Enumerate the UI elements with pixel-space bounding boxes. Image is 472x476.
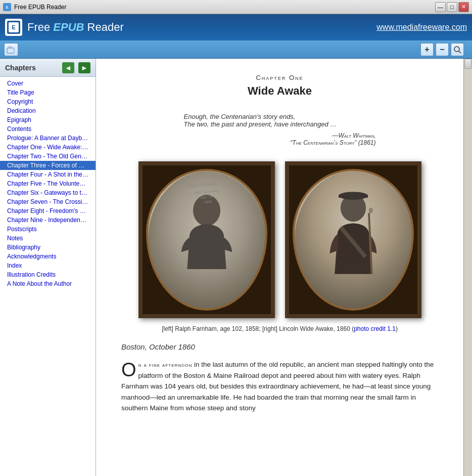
drop-cap: O	[121, 362, 136, 377]
photo-frame-left: Ralph Farnham Aged 102 years July 7 th 1…	[138, 161, 275, 318]
chapter-item-15[interactable]: Chapter Nine - Independence Day	[0, 215, 96, 225]
photo-credit-link[interactable]: photo credit 1.1	[354, 325, 396, 332]
chapter-label: Chapter One	[121, 74, 438, 81]
chapter-item-10[interactable]: Chapter Four - A Shot in the Dark:	[0, 170, 96, 179]
sidebar-title: Chapters	[5, 64, 58, 72]
page-container[interactable]: Chapter One Wide Awake Enough, the Cente…	[96, 59, 463, 476]
photo-inner-right	[293, 169, 414, 311]
chapter-item-8[interactable]: Chapter Two - The Old Gentlemen	[0, 152, 96, 161]
chapter-item-16[interactable]: Postscripts	[0, 225, 96, 234]
scrollbar-thumb[interactable]	[464, 59, 471, 69]
close-button[interactable]: ✕	[458, 2, 469, 12]
app-header: E Free EPUB Reader www.mediafreeware.com	[0, 14, 472, 40]
chapter-item-18[interactable]: Bibliography	[0, 243, 96, 252]
chapter-item-12[interactable]: Chapter Six - Gateways to the Wes	[0, 188, 96, 197]
epigraph-attribution: —Walt Whitman, “The Centenarian’s Story”…	[184, 132, 376, 146]
chapter-item-9[interactable]: Chapter Three - Forces of Nature:	[0, 161, 96, 170]
next-chapter-button[interactable]: ►	[78, 62, 90, 73]
title-bar: E Free EPUB Reader — □ ✕	[0, 0, 472, 14]
minimize-button[interactable]: —	[435, 2, 446, 12]
attribution-line2: “The Centenarian’s Story” (1861)	[184, 139, 376, 146]
zoom-fit-button[interactable]	[451, 43, 464, 56]
toolbar: + −	[0, 40, 472, 59]
svg-rect-6	[7, 48, 14, 53]
svg-point-7	[454, 47, 459, 52]
epigraph: Enough, the Centenarian's story ends, Th…	[184, 113, 376, 146]
svg-text:E: E	[6, 6, 9, 9]
chapter-item-1[interactable]: Title Page	[0, 88, 96, 97]
prev-chapter-button[interactable]: ◄	[62, 62, 74, 73]
zoom-controls: + −	[420, 43, 464, 56]
chapter-item-4[interactable]: Epigraph	[0, 115, 96, 124]
epigraph-line1: Enough, the Centenarian's story ends,	[184, 113, 376, 120]
chapter-item-5[interactable]: Contents	[0, 124, 96, 134]
chapter-item-14[interactable]: Chapter Eight - Freedom's Fortress	[0, 206, 96, 215]
photo-row: Ralph Farnham Aged 102 years July 7 th 1…	[121, 161, 438, 318]
scrollbar-track[interactable]	[463, 59, 472, 476]
main-layout: Chapters ◄ ► CoverTitle PageCopyrightDed…	[0, 59, 472, 476]
chapter-item-6[interactable]: Prologue: A Banner at Daybreak: C	[0, 134, 96, 143]
logo-area: E Free EPUB Reader	[5, 19, 124, 36]
zoom-in-button[interactable]: +	[420, 43, 434, 56]
chapter-item-20[interactable]: Index	[0, 261, 96, 270]
svg-point-10	[193, 195, 220, 226]
content-area: Chapter One Wide Awake Enough, the Cente…	[96, 59, 472, 476]
website-link[interactable]: www.mediafreeware.com	[376, 23, 467, 32]
chapter-item-7[interactable]: Chapter One - Wide Awake: Bosto	[0, 143, 96, 152]
chapter-item-3[interactable]: Dedication	[0, 106, 96, 115]
chapter-item-0[interactable]: Cover	[0, 79, 96, 88]
maximize-button[interactable]: □	[447, 2, 457, 12]
chapter-item-11[interactable]: Chapter Five - The Volunteer: Low	[0, 179, 96, 188]
chapter-title: Wide Awake	[121, 84, 438, 98]
window-title: Free EPUB Reader	[14, 4, 66, 11]
attribution-line1: —Walt Whitman,	[184, 132, 376, 139]
app-logo-icon: E	[5, 19, 22, 36]
photo-frame-right	[285, 161, 421, 318]
chapter-item-13[interactable]: Chapter Seven - The Crossing: Wa	[0, 197, 96, 206]
photo-caption: [left] Ralph Farnham, age 102, 1858; [ri…	[121, 325, 438, 332]
svg-point-21	[368, 207, 372, 213]
epigraph-line2: The two, the past and present, have inte…	[184, 120, 376, 128]
zoom-out-button[interactable]: −	[436, 43, 449, 56]
chapter-item-2[interactable]: Copyright	[0, 97, 96, 106]
app-title: Free EPUB Reader	[27, 21, 124, 34]
svg-rect-18	[339, 195, 368, 198]
window-controls: — □ ✕	[435, 2, 469, 12]
chapter-list: CoverTitle PageCopyrightDedicationEpigra…	[0, 77, 96, 476]
svg-text:E: E	[12, 24, 15, 30]
chapter-item-22[interactable]: A Note About the Author	[0, 279, 96, 288]
body-paragraph: in the last autumn of the old republic, …	[121, 361, 434, 412]
location-text: Boston, October 1860	[121, 342, 438, 351]
svg-text:1858: 1858	[204, 200, 212, 204]
chapter-item-17[interactable]: Notes	[0, 234, 96, 243]
title-bar-left: E Free EPUB Reader	[3, 3, 66, 11]
svg-line-8	[459, 51, 461, 53]
open-file-button[interactable]	[4, 43, 18, 56]
sidebar: Chapters ◄ ► CoverTitle PageCopyrightDed…	[0, 59, 96, 476]
photo-caption-text: [left] Ralph Farnham, age 102, 1858; [ri…	[162, 325, 354, 332]
photo-inner-left: Ralph Farnham Aged 102 years July 7 th 1…	[146, 169, 267, 311]
chapter-item-19[interactable]: Acknowledgments	[0, 252, 96, 261]
body-text: On a fine afternoon in the last autumn o…	[121, 359, 438, 414]
body-smallcaps: n a fine afternoon	[138, 362, 193, 368]
app-icon: E	[3, 3, 11, 11]
chapter-item-21[interactable]: Illustration Credits	[0, 270, 96, 279]
sidebar-header: Chapters ◄ ►	[0, 59, 96, 77]
